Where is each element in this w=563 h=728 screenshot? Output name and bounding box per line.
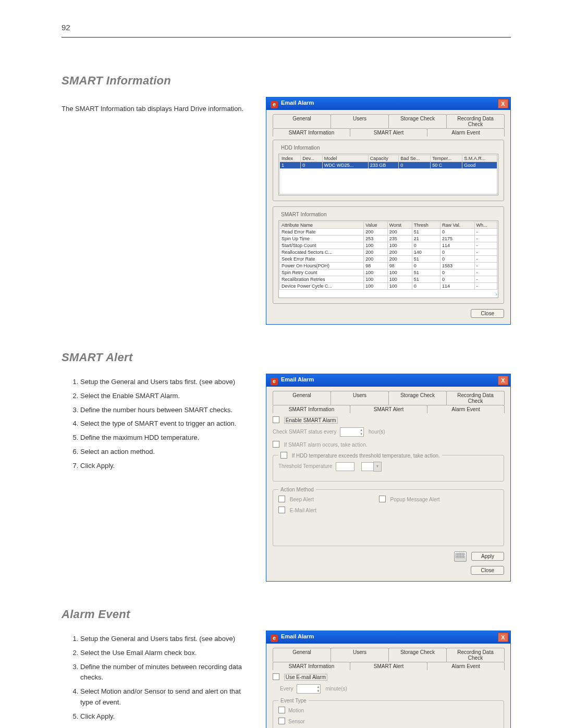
list-item: Setup the General and Users tabs first. …: [80, 634, 250, 645]
tab-smart-information[interactable]: SMART Information: [273, 662, 350, 670]
table-cell: Spin Up Time: [280, 236, 364, 242]
table-row[interactable]: Seek Error Rate200200510-: [280, 256, 497, 263]
tab-general[interactable]: General: [273, 114, 331, 128]
col-header: Value: [364, 222, 387, 229]
col-header: Wh...: [474, 222, 497, 229]
table-cell[interactable]: 50 C: [431, 162, 462, 169]
label-beep: Beep Alert: [290, 497, 314, 502]
table-row[interactable]: Device Power Cycle C...1001000114-: [280, 283, 497, 290]
table-cell[interactable]: WDC WD25...: [322, 162, 368, 169]
tab-recording-data-check[interactable]: Recording Data Check: [446, 114, 505, 128]
chevron-down-icon[interactable]: ▾: [373, 462, 382, 472]
keyboard-icon[interactable]: [454, 551, 467, 562]
close-icon[interactable]: X: [498, 633, 508, 642]
scroll-right-icon[interactable]: ›: [279, 291, 497, 297]
checkbox-popup[interactable]: [379, 496, 386, 502]
table-cell: 0: [440, 229, 474, 236]
table-cell[interactable]: 1: [280, 162, 301, 169]
col-header: Attribute Name: [280, 222, 364, 229]
table-cell[interactable]: 233 GB: [368, 162, 398, 169]
tab-recording-data-check[interactable]: Recording Data Check: [446, 391, 505, 405]
table-cell: 51: [412, 269, 440, 276]
col-header: Model: [322, 155, 368, 162]
input-threshold[interactable]: [336, 462, 354, 471]
label-hours-unit: hour(s): [369, 429, 385, 435]
checkbox-use-email[interactable]: [273, 673, 279, 680]
apply-button[interactable]: Apply: [471, 552, 504, 561]
label-action-method: Action Method: [278, 487, 316, 492]
table-row[interactable]: Spin Up Time253235212175-: [280, 236, 497, 242]
checkbox-enable-smart[interactable]: [273, 416, 279, 423]
table-cell: 114: [440, 283, 474, 290]
spinner-hours[interactable]: [340, 427, 364, 437]
close-icon[interactable]: X: [498, 376, 508, 385]
table-cell: Read Error Rate: [280, 229, 364, 236]
tab-smart-alert[interactable]: SMART Alert: [350, 662, 427, 670]
tab-alarm-event[interactable]: Alarm Event: [427, 662, 505, 670]
tab-alarm-event[interactable]: Alarm Event: [427, 128, 505, 137]
table-row[interactable]: Power On Hours(POH)989801583-: [280, 263, 497, 269]
col-header: Raw Val.: [440, 222, 474, 229]
tab-recording-data-check[interactable]: Recording Data Check: [446, 648, 505, 662]
select-temp-unit[interactable]: [361, 462, 374, 471]
table-cell: 0: [412, 242, 440, 249]
dialog-title-text: Email Alarm: [281, 100, 314, 106]
table-row[interactable]: Recalibration Retries100100510-: [280, 276, 497, 283]
tab-users[interactable]: Users: [331, 648, 389, 662]
checkbox-hdd-temp[interactable]: [280, 452, 287, 459]
checkbox-smart-occurs[interactable]: [273, 441, 279, 448]
table-cell: Device Power Cycle C...: [280, 283, 364, 290]
dialog-titlebar[interactable]: eEmail Alarm X: [266, 631, 510, 644]
table-cell: 200: [364, 249, 387, 256]
tab-alarm-event[interactable]: Alarm Event: [427, 405, 505, 413]
table-row[interactable]: Read Error Rate200200510-: [280, 229, 497, 236]
table-cell[interactable]: Good: [462, 162, 497, 169]
tab-users[interactable]: Users: [331, 114, 389, 128]
table-row[interactable]: Spin Retry Count100100510-: [280, 269, 497, 276]
tab-smart-information[interactable]: SMART Information: [273, 405, 350, 413]
app-icon: e: [271, 378, 278, 385]
close-button[interactable]: Close: [471, 309, 504, 318]
tab-storage-check[interactable]: Storage Check: [388, 648, 447, 662]
event-type-group: Event Type Motion Sensor No Signal: [273, 698, 504, 728]
table-cell: 2175: [440, 236, 474, 242]
table-cell: -: [474, 283, 497, 290]
table-cell: 0: [412, 283, 440, 290]
spinner-minutes[interactable]: [297, 684, 321, 694]
tab-smart-alert[interactable]: SMART Alert: [350, 405, 427, 413]
table-cell: Seek Error Rate: [280, 256, 364, 263]
tab-storage-check[interactable]: Storage Check: [388, 114, 447, 128]
tab-strip: GeneralUsersStorage CheckRecording Data …: [273, 391, 504, 413]
checkbox-motion[interactable]: [278, 707, 285, 713]
close-icon[interactable]: X: [498, 99, 508, 108]
checkbox-email-alert[interactable]: [278, 507, 285, 513]
section-title-smart-alert: SMART Alert: [62, 351, 511, 364]
table-cell[interactable]: 0: [301, 162, 322, 169]
table-cell[interactable]: 0: [399, 162, 431, 169]
dialog-titlebar[interactable]: eEmail Alarm X: [266, 97, 510, 110]
tab-general[interactable]: General: [273, 391, 331, 405]
dialog-titlebar[interactable]: eEmail Alarm X: [266, 374, 510, 387]
tab-general[interactable]: General: [273, 648, 331, 662]
col-header: S.M.A.R...: [462, 155, 497, 162]
tab-storage-check[interactable]: Storage Check: [388, 391, 447, 405]
tab-users[interactable]: Users: [331, 391, 389, 405]
label-check-every: Check SMART status every: [273, 429, 336, 435]
close-button[interactable]: Close: [471, 566, 504, 575]
dialog-smart-info: eEmail Alarm X GeneralUsersStorage Check…: [266, 97, 511, 325]
table-cell: -: [474, 256, 497, 263]
checkbox-sensor[interactable]: [278, 718, 285, 724]
tab-smart-information[interactable]: SMART Information: [273, 128, 350, 137]
table-row[interactable]: Start/Stop Count1001000114-: [280, 242, 497, 249]
table-cell: Recalibration Retries: [280, 276, 364, 283]
label-sensor: Sensor: [288, 719, 305, 724]
section-title-smart-info: SMART Information: [62, 74, 511, 88]
table-cell: -: [474, 242, 497, 249]
app-icon: e: [271, 101, 278, 108]
table-cell: 114: [440, 242, 474, 249]
col-header: Bad Se...: [399, 155, 431, 162]
checkbox-beep[interactable]: [278, 496, 285, 502]
table-row[interactable]: Reallocated Sectors C...2002001400-: [280, 249, 497, 256]
tab-smart-alert[interactable]: SMART Alert: [350, 128, 427, 137]
col-header: Thresh: [412, 222, 440, 229]
